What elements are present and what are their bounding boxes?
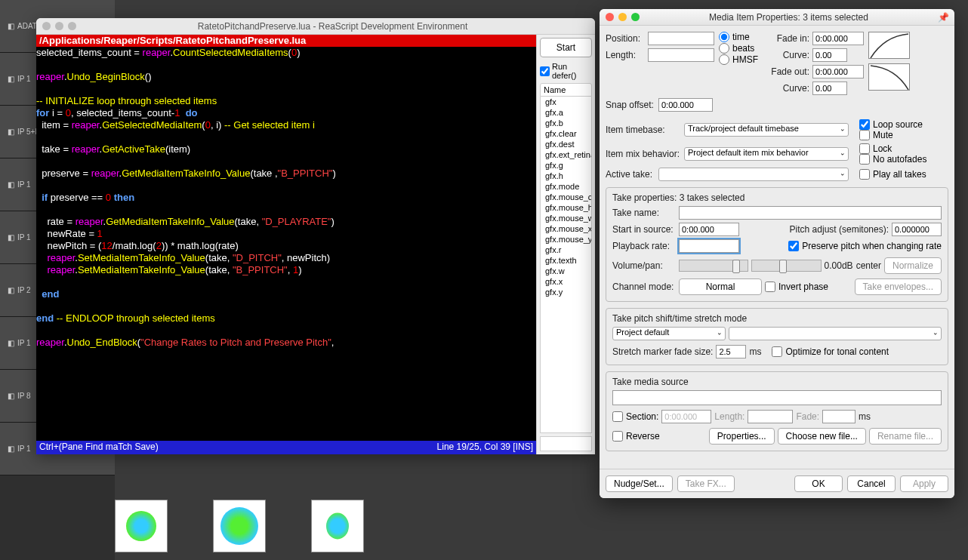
- fadeout-curve-input[interactable]: [812, 82, 847, 95]
- time-radio[interactable]: [719, 32, 729, 42]
- media-item[interactable]: [213, 500, 266, 552]
- position-input[interactable]: [648, 32, 714, 45]
- list-item[interactable]: gfx.texth: [544, 255, 588, 266]
- track-fx-icon[interactable]: ◧: [8, 128, 14, 136]
- apply-button[interactable]: Apply: [900, 475, 948, 492]
- code-content[interactable]: selected_items_count = reaper.CountSelec…: [36, 47, 536, 349]
- fadein-shape-button[interactable]: [868, 32, 910, 59]
- list-item[interactable]: gfx.h: [544, 171, 588, 181]
- length-input[interactable]: [648, 48, 714, 62]
- mute-check-row[interactable]: Mute: [859, 130, 923, 140]
- invert-phase-check-row[interactable]: Invert phase: [765, 282, 828, 292]
- maximize-icon[interactable]: [68, 22, 76, 30]
- noautofades-check[interactable]: [859, 154, 870, 165]
- active-take-select[interactable]: [658, 168, 849, 181]
- pitch-adjust-input[interactable]: [892, 223, 942, 236]
- mix-behavior-select[interactable]: Project default item mix behavior: [684, 147, 849, 161]
- list-item[interactable]: gfx.ext_retina: [544, 149, 588, 160]
- list-item[interactable]: gfx.g: [544, 160, 588, 171]
- section-fade-input[interactable]: [822, 410, 855, 423]
- loop-source-check-row[interactable]: Loop source: [859, 119, 923, 130]
- take-fx-button[interactable]: Take FX...: [677, 475, 735, 492]
- rename-file-button[interactable]: Rename file...: [869, 428, 942, 445]
- pin-icon[interactable]: 📌: [938, 12, 948, 23]
- list-item[interactable]: gfx: [544, 97, 588, 107]
- list-item[interactable]: gfx.dest: [544, 139, 588, 149]
- close-icon[interactable]: [606, 13, 614, 21]
- nudge-set-button[interactable]: Nudge/Set...: [606, 475, 673, 492]
- hmsf-radio-row[interactable]: HMSF: [719, 54, 758, 65]
- mip-titlebar[interactable]: Media Item Properties: 3 items selected …: [600, 9, 954, 26]
- list-item[interactable]: gfx.a: [544, 107, 588, 118]
- reverse-check[interactable]: [612, 431, 623, 442]
- timebase-select[interactable]: Track/project default timebase: [684, 123, 849, 137]
- run-defer-checkbox[interactable]: Run defer(): [540, 62, 592, 80]
- ide-titlebar[interactable]: RatetoPitchandPreserve.lua - ReaScript D…: [36, 18, 595, 35]
- media-item[interactable]: [311, 500, 364, 552]
- playall-check[interactable]: [859, 169, 870, 180]
- optimize-tonal-check[interactable]: [772, 346, 782, 357]
- fadein-curve-input[interactable]: [812, 48, 847, 62]
- invert-phase-check[interactable]: [765, 282, 775, 292]
- beats-radio[interactable]: [719, 43, 729, 54]
- properties-button[interactable]: Properties...: [709, 428, 775, 445]
- run-defer-check[interactable]: [540, 66, 550, 76]
- list-item[interactable]: gfx.mouse_x: [544, 223, 588, 234]
- minimize-icon[interactable]: [618, 13, 627, 21]
- take-envelopes-button[interactable]: Take envelopes...: [855, 278, 942, 295]
- list-item[interactable]: gfx.mouse_y: [544, 234, 588, 245]
- volume-slider[interactable]: [679, 260, 748, 272]
- close-icon[interactable]: [42, 22, 51, 30]
- list-item[interactable]: gfx.r: [544, 245, 588, 255]
- list-item[interactable]: gfx.mouse_w: [544, 213, 588, 223]
- take-name-input[interactable]: [679, 206, 942, 220]
- track-fx-icon[interactable]: ◧: [8, 286, 14, 294]
- track-fx-icon[interactable]: ◧: [8, 22, 14, 30]
- playback-rate-input[interactable]: [679, 239, 739, 253]
- track-fx-icon[interactable]: ◧: [8, 445, 14, 453]
- list-item[interactable]: gfx.w: [544, 266, 588, 276]
- lock-check-row[interactable]: Lock: [859, 143, 926, 154]
- section-start-input[interactable]: [661, 410, 711, 423]
- list-item[interactable]: gfx.mode: [544, 181, 588, 192]
- channel-mode-button[interactable]: Normal: [679, 278, 762, 295]
- symbol-list[interactable]: gfx gfx.a gfx.b gfx.clear gfx.dest gfx.e…: [540, 97, 592, 433]
- list-item[interactable]: gfx.mouse_cap: [544, 192, 588, 202]
- loop-source-check[interactable]: [859, 119, 870, 130]
- media-source-path-input[interactable]: [612, 390, 942, 405]
- filter-input[interactable]: [540, 436, 592, 451]
- pan-slider[interactable]: [751, 260, 821, 272]
- maximize-icon[interactable]: [631, 13, 640, 21]
- pitch-shift-submode-select[interactable]: [729, 327, 942, 340]
- mute-check[interactable]: [859, 130, 870, 140]
- beats-radio-row[interactable]: beats: [719, 43, 758, 54]
- track-fx-icon[interactable]: ◧: [8, 339, 14, 347]
- fadeout-shape-button[interactable]: [868, 63, 910, 91]
- list-item[interactable]: gfx.x: [544, 276, 588, 287]
- minimize-icon[interactable]: [55, 22, 63, 30]
- hmsf-radio[interactable]: [719, 54, 729, 65]
- normalize-button[interactable]: Normalize: [884, 257, 942, 274]
- start-button[interactable]: Start: [540, 38, 592, 57]
- section-check-row[interactable]: Section:: [612, 411, 658, 422]
- list-item[interactable]: gfx.b: [544, 118, 588, 128]
- cancel-button[interactable]: Cancel: [847, 475, 896, 492]
- section-check[interactable]: [612, 411, 623, 422]
- code-editor[interactable]: /Applications/Reaper/Scripts/RatetoPitch…: [36, 35, 536, 454]
- lock-check[interactable]: [859, 143, 870, 154]
- start-in-source-input[interactable]: [679, 223, 739, 236]
- ok-button[interactable]: OK: [794, 475, 843, 492]
- track-fx-icon[interactable]: ◧: [8, 233, 14, 242]
- fadein-input[interactable]: [812, 32, 864, 45]
- media-item[interactable]: [115, 500, 168, 552]
- fadeout-input[interactable]: [812, 65, 864, 78]
- preserve-pitch-check-row[interactable]: Preserve pitch when changing rate: [788, 241, 942, 251]
- list-item[interactable]: gfx.mouse_hv: [544, 202, 588, 213]
- noautofades-check-row[interactable]: No autofades: [859, 154, 926, 165]
- playall-check-row[interactable]: Play all takes: [859, 169, 926, 180]
- snap-offset-input[interactable]: [658, 98, 713, 112]
- preserve-pitch-check[interactable]: [788, 241, 799, 251]
- track-fx-icon[interactable]: ◧: [8, 75, 14, 83]
- reverse-check-row[interactable]: Reverse: [612, 431, 660, 442]
- choose-file-button[interactable]: Choose new file...: [778, 428, 866, 445]
